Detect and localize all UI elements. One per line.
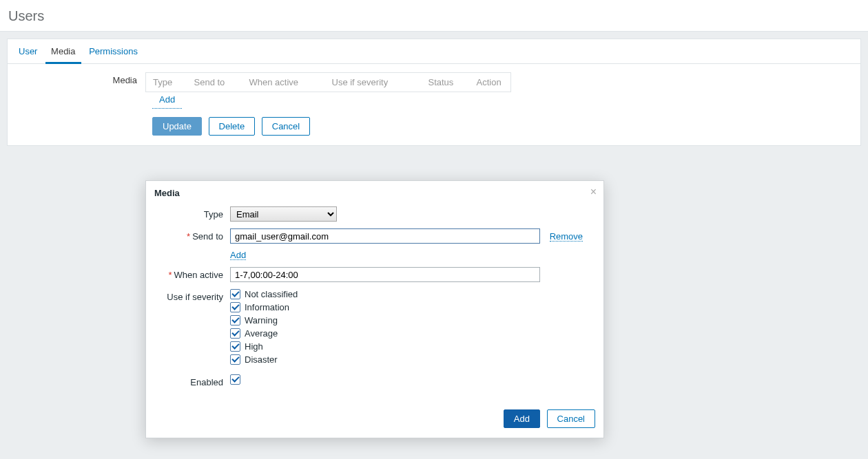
- media-table-wrap: Type Send to When active Use if severity…: [145, 72, 511, 111]
- media-table: Type Send to When active Use if severity…: [145, 72, 511, 92]
- col-severity: Use if severity: [325, 73, 422, 92]
- cancel-button[interactable]: Cancel: [262, 117, 310, 136]
- col-sendto: Send to: [187, 73, 242, 92]
- col-whenactive: When active: [242, 73, 325, 92]
- media-row: Media Type Send to When active Use if se…: [8, 64, 860, 117]
- tab-media[interactable]: Media: [45, 39, 81, 64]
- media-add-link[interactable]: Add: [152, 92, 182, 109]
- update-button[interactable]: Update: [152, 117, 202, 136]
- tab-permissions[interactable]: Permissions: [83, 39, 143, 62]
- page-title: Users: [0, 0, 868, 32]
- user-config-panel: User Media Permissions Media Type Send t…: [7, 39, 861, 146]
- tab-user[interactable]: User: [13, 39, 43, 62]
- col-action: Action: [470, 73, 511, 92]
- col-type: Type: [146, 73, 187, 92]
- delete-button[interactable]: Delete: [209, 117, 256, 136]
- form-buttons: Update Delete Cancel: [8, 117, 860, 145]
- col-status: Status: [422, 73, 470, 92]
- tablist: User Media Permissions: [8, 39, 860, 64]
- media-label: Media: [8, 72, 145, 111]
